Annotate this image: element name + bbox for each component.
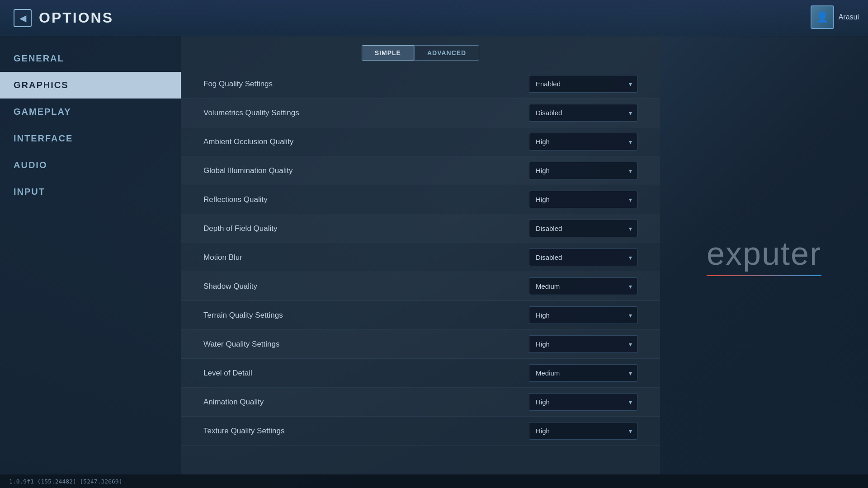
select-wrapper-terrain-quality: Low Medium High Ultra <box>529 306 637 324</box>
sidebar-item-interface[interactable]: INTERFACE <box>0 125 181 152</box>
main-layout: GENERAL GRAPHICS GAMEPLAY INTERFACE AUDI… <box>0 36 868 474</box>
sidebar-item-gameplay[interactable]: GAMEPLAY <box>0 99 181 125</box>
fog-quality-select[interactable]: Enabled Disabled Low Medium High Ultra <box>529 75 637 93</box>
page-title: OPTIONS <box>39 9 113 26</box>
setting-row-animation-quality: Animation Quality Low Medium High Ultra <box>181 388 660 417</box>
select-wrapper-texture-quality: Low Medium High Ultra <box>529 422 637 440</box>
setting-row-shadow-quality: Shadow Quality Disabled Low Medium High … <box>181 272 660 301</box>
right-panel: exputer <box>660 36 868 474</box>
version-text: 1.0.9f1 (155.24482) [5247.32669] <box>9 478 122 485</box>
select-wrapper-shadow-quality: Disabled Low Medium High Ultra <box>529 277 637 295</box>
setting-label-motion-blur: Motion Blur <box>203 253 529 262</box>
texture-quality-select[interactable]: Low Medium High Ultra <box>529 422 637 440</box>
sidebar: GENERAL GRAPHICS GAMEPLAY INTERFACE AUDI… <box>0 36 181 474</box>
setting-label-depth-of-field: Depth of Field Quality <box>203 224 529 233</box>
ambient-occlusion-select[interactable]: Disabled Low Medium High Ultra <box>529 133 637 150</box>
username: Arasui <box>839 13 859 21</box>
level-of-detail-select[interactable]: Low Medium High Ultra <box>529 364 637 382</box>
select-wrapper-reflections: Disabled Low Medium High Ultra <box>529 191 637 208</box>
setting-row-volumetrics: Volumetrics Quality Settings Enabled Dis… <box>181 99 660 127</box>
global-illumination-select[interactable]: Disabled Low Medium High Ultra <box>529 162 637 179</box>
setting-label-texture-quality: Texture Quality Settings <box>203 427 529 436</box>
user-profile[interactable]: 👤 Arasui <box>811 5 859 29</box>
avatar: 👤 <box>811 5 834 29</box>
terrain-quality-select[interactable]: Low Medium High Ultra <box>529 306 637 324</box>
back-button[interactable]: ◀ <box>14 9 32 27</box>
setting-row-ambient-occlusion: Ambient Occlusion Quality Disabled Low M… <box>181 127 660 156</box>
setting-row-terrain-quality: Terrain Quality Settings Low Medium High… <box>181 301 660 330</box>
select-wrapper-global-illumination: Disabled Low Medium High Ultra <box>529 162 637 179</box>
select-wrapper-depth-of-field: Enabled Disabled Low Medium High Ultra <box>529 220 637 237</box>
tab-toggle: SIMPLE ADVANCED <box>181 36 660 65</box>
back-icon: ◀ <box>19 13 26 23</box>
volumetrics-select[interactable]: Enabled Disabled Low Medium High Ultra <box>529 104 637 122</box>
select-wrapper-animation-quality: Low Medium High Ultra <box>529 393 637 411</box>
sidebar-item-graphics[interactable]: GRAPHICS <box>0 72 181 99</box>
exputer-logo-text: exputer <box>707 235 821 272</box>
select-wrapper-motion-blur: Enabled Disabled Low Medium High <box>529 249 637 266</box>
content-area: SIMPLE ADVANCED Fog Quality Settings Ena… <box>181 36 660 474</box>
settings-list: Fog Quality Settings Enabled Disabled Lo… <box>181 65 660 474</box>
setting-label-level-of-detail: Level of Detail <box>203 369 529 378</box>
setting-label-reflections: Reflections Quality <box>203 195 529 204</box>
setting-label-water-quality: Water Quality Settings <box>203 340 529 349</box>
tab-advanced[interactable]: ADVANCED <box>414 45 479 61</box>
setting-row-reflections: Reflections Quality Disabled Low Medium … <box>181 185 660 214</box>
reflections-select[interactable]: Disabled Low Medium High Ultra <box>529 191 637 208</box>
sidebar-item-input[interactable]: INPUT <box>0 178 181 205</box>
select-wrapper-water-quality: Low Medium High Ultra <box>529 335 637 353</box>
setting-label-shadow-quality: Shadow Quality <box>203 282 529 291</box>
setting-label-ambient-occlusion: Ambient Occlusion Quality <box>203 137 529 146</box>
water-quality-select[interactable]: Low Medium High Ultra <box>529 335 637 353</box>
header-bar: ◀ OPTIONS <box>0 0 868 36</box>
setting-label-volumetrics: Volumetrics Quality Settings <box>203 108 529 117</box>
setting-row-texture-quality: Texture Quality Settings Low Medium High… <box>181 417 660 446</box>
setting-row-depth-of-field: Depth of Field Quality Enabled Disabled … <box>181 214 660 243</box>
setting-label-terrain-quality: Terrain Quality Settings <box>203 311 529 320</box>
exputer-logo: exputer <box>707 235 821 276</box>
select-wrapper-ambient-occlusion: Disabled Low Medium High Ultra <box>529 133 637 150</box>
exputer-underline <box>707 275 821 276</box>
setting-row-level-of-detail: Level of Detail Low Medium High Ultra <box>181 359 660 388</box>
setting-row-motion-blur: Motion Blur Enabled Disabled Low Medium … <box>181 243 660 272</box>
shadow-quality-select[interactable]: Disabled Low Medium High Ultra <box>529 277 637 295</box>
avatar-icon: 👤 <box>816 11 828 23</box>
motion-blur-select[interactable]: Enabled Disabled Low Medium High <box>529 249 637 266</box>
setting-row-water-quality: Water Quality Settings Low Medium High U… <box>181 330 660 359</box>
select-wrapper-volumetrics: Enabled Disabled Low Medium High Ultra <box>529 104 637 122</box>
select-wrapper-fog-quality: Enabled Disabled Low Medium High Ultra <box>529 75 637 93</box>
tab-simple[interactable]: SIMPLE <box>362 45 414 61</box>
animation-quality-select[interactable]: Low Medium High Ultra <box>529 393 637 411</box>
sidebar-item-audio[interactable]: AUDIO <box>0 152 181 178</box>
setting-row-fog-quality: Fog Quality Settings Enabled Disabled Lo… <box>181 70 660 99</box>
setting-label-global-illumination: Global Illumination Quality <box>203 166 529 175</box>
setting-row-global-illumination: Global Illumination Quality Disabled Low… <box>181 156 660 185</box>
sidebar-item-general[interactable]: GENERAL <box>0 45 181 72</box>
setting-label-fog-quality: Fog Quality Settings <box>203 80 529 89</box>
setting-label-animation-quality: Animation Quality <box>203 398 529 407</box>
status-bar: 1.0.9f1 (155.24482) [5247.32669] <box>0 474 868 488</box>
depth-of-field-select[interactable]: Enabled Disabled Low Medium High Ultra <box>529 220 637 237</box>
select-wrapper-level-of-detail: Low Medium High Ultra <box>529 364 637 382</box>
